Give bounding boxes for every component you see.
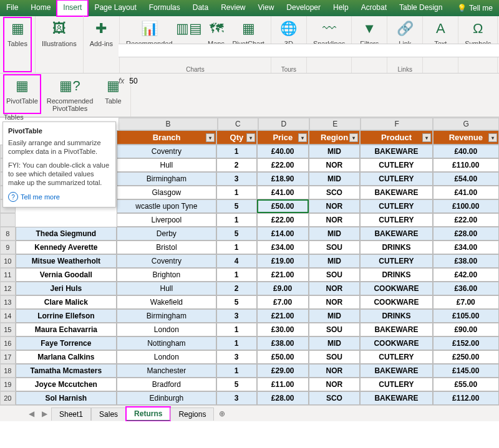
cell-price[interactable]: £21.00: [257, 309, 309, 323]
cell-branch[interactable]: Liverpool: [117, 213, 216, 227]
filter-dropdown-revenue[interactable]: ▾: [488, 133, 497, 142]
row-number[interactable]: 10: [0, 254, 16, 268]
cell-rev[interactable]: £54.00: [433, 172, 499, 186]
cell-product[interactable]: BAKEWARE: [360, 227, 432, 241]
cell-product[interactable]: CUTLERY: [360, 158, 432, 172]
col-header-F[interactable]: F: [361, 118, 433, 130]
cell-name[interactable]: Marlana Calkins: [16, 350, 117, 364]
tables-sub-recommended[interactable]: ▦?RecommendedPivotTables: [44, 75, 96, 113]
row-number[interactable]: 12: [0, 282, 16, 295]
cell-product[interactable]: BAKEWARE: [360, 364, 432, 378]
row-number[interactable]: 19: [0, 378, 16, 391]
menu-tab-file[interactable]: File: [0, 0, 24, 16]
ribbon-btn-add-ins[interactable]: ✚Add-ins: [87, 17, 115, 72]
cell-product[interactable]: DRINKS: [360, 268, 432, 282]
cell-region[interactable]: SCO: [309, 391, 361, 405]
cell-region[interactable]: SOU: [309, 241, 361, 254]
cell-qty[interactable]: 3: [216, 391, 257, 405]
cell-name[interactable]: Maura Echavarria: [16, 323, 117, 336]
col-header-C[interactable]: C: [218, 118, 258, 130]
cell-price[interactable]: £7.00: [257, 295, 309, 309]
cell-qty[interactable]: 3: [216, 350, 257, 364]
sheet-tab-sales[interactable]: Sales: [91, 407, 126, 421]
sheet-nav-prev[interactable]: ◀: [25, 409, 38, 418]
cell-region[interactable]: NOR: [309, 378, 361, 391]
row-number[interactable]: [0, 213, 16, 227]
cell-branch[interactable]: Nottingham: [117, 336, 216, 350]
cell-qty[interactable]: 1: [216, 364, 257, 378]
menu-tab-acrobat[interactable]: Acrobat: [355, 0, 393, 16]
cell-branch[interactable]: Bristol: [117, 241, 216, 254]
cell-qty[interactable]: 1: [216, 268, 257, 282]
sheet-tab-returns[interactable]: Returns: [126, 407, 170, 421]
cell-region[interactable]: MID: [309, 172, 361, 186]
cell-price[interactable]: £41.00: [257, 186, 309, 199]
cell-rev[interactable]: £100.00: [433, 199, 499, 213]
col-header-B[interactable]: B: [119, 118, 218, 130]
cell-name[interactable]: Mitsue Weatherholt: [16, 254, 117, 268]
cell-price[interactable]: £9.00: [257, 282, 309, 295]
cell-name[interactable]: Lorrine Ellefson: [16, 309, 117, 323]
cell-branch[interactable]: Coventry: [117, 254, 216, 268]
cell-price[interactable]: £38.00: [257, 336, 309, 350]
cell-branch[interactable]: Coventry: [117, 145, 216, 158]
tables-sub-pivottable[interactable]: ▦PivotTable: [4, 75, 41, 113]
cell-qty[interactable]: 5: [216, 199, 257, 213]
cell-region[interactable]: MID: [309, 254, 361, 268]
cell-price[interactable]: £28.00: [257, 391, 309, 405]
cell-product[interactable]: CUTLERY: [360, 199, 432, 213]
cell-branch[interactable]: Derby: [117, 227, 216, 241]
cell-price[interactable]: £19.00: [257, 254, 309, 268]
header-region[interactable]: Region▾: [309, 130, 361, 145]
cell-product[interactable]: BAKEWARE: [360, 145, 432, 158]
ribbon-btn-maps[interactable]: 🗺Maps: [203, 17, 230, 65]
cell-price[interactable]: £18.90: [257, 172, 309, 186]
menu-tab-help[interactable]: Help: [327, 0, 355, 16]
cell-name[interactable]: Faye Torrence: [16, 336, 117, 350]
cell-name[interactable]: Tamatha Mcmasters: [16, 364, 117, 378]
ribbon-btn-pivotchart[interactable]: ▦PivotChart: [230, 17, 267, 65]
cell-region[interactable]: MID: [309, 227, 361, 241]
cell-region[interactable]: NOR: [309, 282, 361, 295]
menu-tab-review[interactable]: Review: [215, 0, 251, 16]
cell-rev[interactable]: £7.00: [433, 295, 499, 309]
cell-rev[interactable]: £145.00: [433, 364, 499, 378]
cell-price[interactable]: £40.00: [257, 145, 309, 158]
header-revenue[interactable]: Revenue▾: [433, 130, 499, 145]
cell-product[interactable]: CUTLERY: [360, 350, 432, 364]
col-header-E[interactable]: E: [309, 118, 361, 130]
cell-region[interactable]: SOU: [309, 268, 361, 282]
cell-rev[interactable]: £105.00: [433, 309, 499, 323]
cell-branch[interactable]: Birmingham: [117, 309, 216, 323]
menu-tab-formulas[interactable]: Formulas: [143, 0, 187, 16]
row-number[interactable]: 9: [0, 241, 16, 254]
cell-price[interactable]: £50.00: [257, 350, 309, 364]
cell-price[interactable]: £50.00: [257, 199, 309, 213]
cell-rev[interactable]: £110.00: [433, 158, 499, 172]
menu-tab-developer[interactable]: Developer: [280, 0, 327, 16]
add-sheet-button[interactable]: ⊕: [214, 407, 230, 420]
cell-qty[interactable]: 1: [216, 241, 257, 254]
cell-branch[interactable]: London: [117, 323, 216, 336]
cell-qty[interactable]: 1: [216, 186, 257, 199]
cell-price[interactable]: £22.00: [257, 158, 309, 172]
row-number[interactable]: 13: [0, 295, 16, 309]
row-number[interactable]: 14: [0, 309, 16, 323]
header-branch[interactable]: Branch▾: [117, 130, 216, 145]
cell-product[interactable]: COOKWARE: [360, 282, 432, 295]
cell-qty[interactable]: 3: [216, 172, 257, 186]
cell-qty[interactable]: 2: [216, 282, 257, 295]
ribbon-btn-recommended[interactable]: 📊RecommendedCharts: [124, 17, 175, 65]
cell-qty[interactable]: 4: [216, 254, 257, 268]
cell-rev[interactable]: £36.00: [433, 282, 499, 295]
cell-price[interactable]: £30.00: [257, 323, 309, 336]
cell-branch[interactable]: Wakefield: [117, 295, 216, 309]
sheet-tab-sheet1[interactable]: Sheet1: [51, 407, 91, 421]
col-header-D[interactable]: D: [258, 118, 309, 130]
cell-name[interactable]: Sol Harnish: [16, 391, 117, 405]
cell-qty[interactable]: 5: [216, 227, 257, 241]
cell-name[interactable]: Jeri Huls: [16, 282, 117, 295]
cell-price[interactable]: £34.00: [257, 241, 309, 254]
filter-dropdown-branch[interactable]: ▾: [206, 133, 215, 142]
header-product[interactable]: Product▾: [360, 130, 432, 145]
